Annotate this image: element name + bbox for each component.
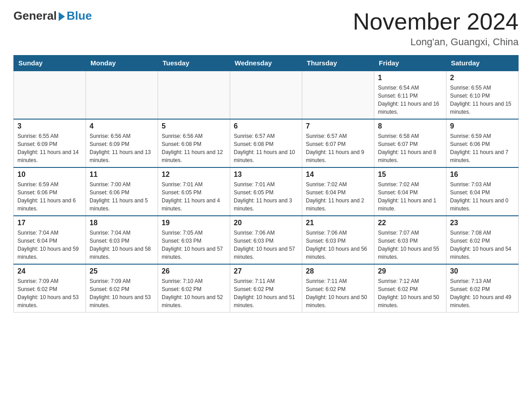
calendar-cell: 29Sunrise: 7:12 AMSunset: 6:02 PMDayligh… xyxy=(374,264,446,313)
day-number: 4 xyxy=(90,122,154,130)
calendar-cell: 6Sunrise: 6:57 AMSunset: 6:08 PMDaylight… xyxy=(230,119,302,167)
day-info: Sunrise: 7:02 AMSunset: 6:04 PMDaylight:… xyxy=(306,180,370,213)
day-number: 30 xyxy=(450,267,515,275)
day-number: 18 xyxy=(90,219,154,227)
header: General Blue November 2024 Long'an, Guan… xyxy=(13,9,519,48)
day-info: Sunrise: 7:13 AMSunset: 6:02 PMDaylight:… xyxy=(450,277,515,309)
day-number: 10 xyxy=(17,171,82,179)
calendar-cell xyxy=(158,71,230,119)
weekday-header-row: SundayMondayTuesdayWednesdayThursdayFrid… xyxy=(14,56,519,71)
calendar-cell: 24Sunrise: 7:09 AMSunset: 6:02 PMDayligh… xyxy=(14,264,86,313)
day-info: Sunrise: 7:12 AMSunset: 6:02 PMDaylight:… xyxy=(378,277,442,309)
day-info: Sunrise: 6:57 AMSunset: 6:07 PMDaylight:… xyxy=(306,132,370,164)
weekday-header-friday: Friday xyxy=(374,56,446,71)
weekday-header-saturday: Saturday xyxy=(446,56,519,71)
calendar-cell: 3Sunrise: 6:55 AMSunset: 6:09 PMDaylight… xyxy=(14,119,86,167)
weekday-header-sunday: Sunday xyxy=(14,56,86,71)
day-info: Sunrise: 7:09 AMSunset: 6:02 PMDaylight:… xyxy=(90,277,154,309)
day-info: Sunrise: 6:59 AMSunset: 6:06 PMDaylight:… xyxy=(17,180,82,213)
day-number: 14 xyxy=(306,171,370,179)
calendar-cell xyxy=(86,71,158,119)
day-info: Sunrise: 7:05 AMSunset: 6:03 PMDaylight:… xyxy=(162,229,226,261)
day-info: Sunrise: 7:11 AMSunset: 6:02 PMDaylight:… xyxy=(306,277,370,309)
calendar-cell: 30Sunrise: 7:13 AMSunset: 6:02 PMDayligh… xyxy=(446,264,519,313)
day-number: 5 xyxy=(162,122,226,130)
day-number: 2 xyxy=(450,74,515,82)
calendar-week-row: 3Sunrise: 6:55 AMSunset: 6:09 PMDaylight… xyxy=(14,119,519,167)
calendar-cell: 23Sunrise: 7:08 AMSunset: 6:02 PMDayligh… xyxy=(446,216,519,264)
calendar-cell: 14Sunrise: 7:02 AMSunset: 6:04 PMDayligh… xyxy=(302,167,374,216)
day-info: Sunrise: 7:00 AMSunset: 6:06 PMDaylight:… xyxy=(90,180,154,213)
day-info: Sunrise: 6:55 AMSunset: 6:09 PMDaylight:… xyxy=(17,132,82,164)
day-number: 20 xyxy=(234,219,298,227)
day-number: 25 xyxy=(90,267,154,275)
weekday-header-monday: Monday xyxy=(86,56,158,71)
day-number: 11 xyxy=(90,171,154,179)
location-text: Long'an, Guangxi, China xyxy=(353,36,519,48)
calendar-cell: 16Sunrise: 7:03 AMSunset: 6:04 PMDayligh… xyxy=(446,167,519,216)
day-info: Sunrise: 7:10 AMSunset: 6:02 PMDaylight:… xyxy=(162,277,226,309)
day-info: Sunrise: 7:06 AMSunset: 6:03 PMDaylight:… xyxy=(306,229,370,261)
calendar-cell: 22Sunrise: 7:07 AMSunset: 6:03 PMDayligh… xyxy=(374,216,446,264)
calendar-cell: 18Sunrise: 7:04 AMSunset: 6:03 PMDayligh… xyxy=(86,216,158,264)
day-info: Sunrise: 7:06 AMSunset: 6:03 PMDaylight:… xyxy=(234,229,298,261)
calendar-cell: 8Sunrise: 6:58 AMSunset: 6:07 PMDaylight… xyxy=(374,119,446,167)
day-number: 1 xyxy=(378,74,442,82)
logo-triangle-icon xyxy=(59,12,65,21)
day-number: 7 xyxy=(306,122,370,130)
calendar-cell: 25Sunrise: 7:09 AMSunset: 6:02 PMDayligh… xyxy=(86,264,158,313)
calendar-cell: 10Sunrise: 6:59 AMSunset: 6:06 PMDayligh… xyxy=(14,167,86,216)
day-info: Sunrise: 7:01 AMSunset: 6:05 PMDaylight:… xyxy=(234,180,298,213)
calendar-cell: 4Sunrise: 6:56 AMSunset: 6:09 PMDaylight… xyxy=(86,119,158,167)
day-number: 24 xyxy=(17,267,82,275)
day-number: 22 xyxy=(378,219,442,227)
day-info: Sunrise: 6:57 AMSunset: 6:08 PMDaylight:… xyxy=(234,132,298,164)
calendar-cell: 12Sunrise: 7:01 AMSunset: 6:05 PMDayligh… xyxy=(158,167,230,216)
calendar-cell xyxy=(302,71,374,119)
day-number: 9 xyxy=(450,122,515,130)
calendar-cell: 15Sunrise: 7:02 AMSunset: 6:04 PMDayligh… xyxy=(374,167,446,216)
day-info: Sunrise: 7:11 AMSunset: 6:02 PMDaylight:… xyxy=(234,277,298,309)
day-info: Sunrise: 7:02 AMSunset: 6:04 PMDaylight:… xyxy=(378,180,442,213)
calendar-cell: 9Sunrise: 6:59 AMSunset: 6:06 PMDaylight… xyxy=(446,119,519,167)
day-number: 19 xyxy=(162,219,226,227)
day-info: Sunrise: 7:04 AMSunset: 6:03 PMDaylight:… xyxy=(90,229,154,261)
day-info: Sunrise: 7:03 AMSunset: 6:04 PMDaylight:… xyxy=(450,180,515,213)
day-number: 17 xyxy=(17,219,82,227)
calendar-week-row: 17Sunrise: 7:04 AMSunset: 6:04 PMDayligh… xyxy=(14,216,519,264)
calendar-cell: 1Sunrise: 6:54 AMSunset: 6:11 PMDaylight… xyxy=(374,71,446,119)
day-number: 16 xyxy=(450,171,515,179)
weekday-header-wednesday: Wednesday xyxy=(230,56,302,71)
day-number: 3 xyxy=(17,122,82,130)
calendar-cell: 11Sunrise: 7:00 AMSunset: 6:06 PMDayligh… xyxy=(86,167,158,216)
calendar-cell: 20Sunrise: 7:06 AMSunset: 6:03 PMDayligh… xyxy=(230,216,302,264)
day-info: Sunrise: 7:01 AMSunset: 6:05 PMDaylight:… xyxy=(162,180,226,213)
calendar-cell: 7Sunrise: 6:57 AMSunset: 6:07 PMDaylight… xyxy=(302,119,374,167)
calendar-cell: 26Sunrise: 7:10 AMSunset: 6:02 PMDayligh… xyxy=(158,264,230,313)
day-info: Sunrise: 6:56 AMSunset: 6:08 PMDaylight:… xyxy=(162,132,226,164)
day-info: Sunrise: 6:54 AMSunset: 6:11 PMDaylight:… xyxy=(378,84,442,116)
calendar-cell: 19Sunrise: 7:05 AMSunset: 6:03 PMDayligh… xyxy=(158,216,230,264)
logo-blue-text: Blue xyxy=(67,9,92,23)
logo: General Blue xyxy=(13,9,92,23)
calendar-cell: 17Sunrise: 7:04 AMSunset: 6:04 PMDayligh… xyxy=(14,216,86,264)
weekday-header-thursday: Thursday xyxy=(302,56,374,71)
day-number: 8 xyxy=(378,122,442,130)
day-info: Sunrise: 7:07 AMSunset: 6:03 PMDaylight:… xyxy=(378,229,442,261)
day-info: Sunrise: 6:55 AMSunset: 6:10 PMDaylight:… xyxy=(450,84,515,116)
day-number: 12 xyxy=(162,171,226,179)
day-number: 29 xyxy=(378,267,442,275)
calendar-week-row: 10Sunrise: 6:59 AMSunset: 6:06 PMDayligh… xyxy=(14,167,519,216)
calendar-cell: 13Sunrise: 7:01 AMSunset: 6:05 PMDayligh… xyxy=(230,167,302,216)
day-info: Sunrise: 6:56 AMSunset: 6:09 PMDaylight:… xyxy=(90,132,154,164)
day-info: Sunrise: 7:04 AMSunset: 6:04 PMDaylight:… xyxy=(17,229,82,261)
calendar-body: 1Sunrise: 6:54 AMSunset: 6:11 PMDaylight… xyxy=(14,71,519,313)
day-info: Sunrise: 7:08 AMSunset: 6:02 PMDaylight:… xyxy=(450,229,515,261)
calendar-cell: 27Sunrise: 7:11 AMSunset: 6:02 PMDayligh… xyxy=(230,264,302,313)
day-number: 28 xyxy=(306,267,370,275)
calendar-cell: 5Sunrise: 6:56 AMSunset: 6:08 PMDaylight… xyxy=(158,119,230,167)
calendar-cell: 2Sunrise: 6:55 AMSunset: 6:10 PMDaylight… xyxy=(446,71,519,119)
day-number: 26 xyxy=(162,267,226,275)
day-number: 15 xyxy=(378,171,442,179)
day-number: 6 xyxy=(234,122,298,130)
